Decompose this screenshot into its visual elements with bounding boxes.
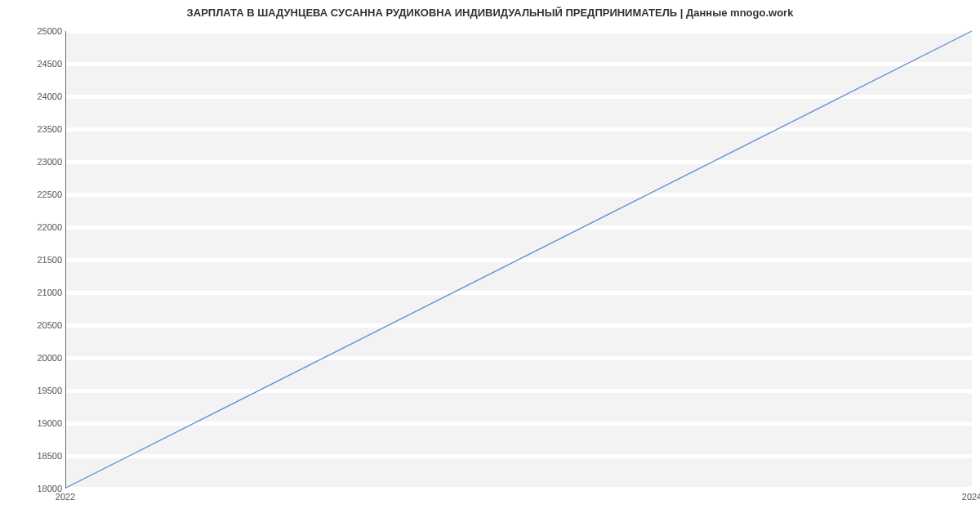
y-tick-label: 24500 bbox=[13, 59, 62, 69]
x-tick-label: 2022 bbox=[56, 492, 75, 502]
chart-title: ЗАРПЛАТА В ШАДУНЦЕВА СУСАННА РУДИКОВНА И… bbox=[0, 7, 980, 19]
line-series bbox=[66, 31, 972, 488]
y-tick-label: 20500 bbox=[13, 320, 62, 330]
y-tick-label: 22500 bbox=[13, 190, 62, 199]
y-tick-label: 22000 bbox=[13, 222, 62, 232]
salary-line-chart: ЗАРПЛАТА В ШАДУНЦЕВА СУСАННА РУДИКОВНА И… bbox=[0, 0, 980, 523]
y-tick-label: 19500 bbox=[13, 386, 62, 395]
y-tick-label: 25000 bbox=[13, 26, 62, 36]
y-tick-label: 19000 bbox=[13, 418, 62, 428]
plot-area bbox=[65, 31, 972, 489]
y-tick-label: 23000 bbox=[13, 157, 62, 167]
y-tick-label: 21500 bbox=[13, 255, 62, 265]
y-tick-label: 21000 bbox=[13, 288, 62, 297]
y-tick-label: 20000 bbox=[13, 353, 62, 363]
y-tick-label: 23500 bbox=[13, 124, 62, 134]
x-tick-label: 2024 bbox=[962, 492, 980, 502]
y-tick-label: 24000 bbox=[13, 91, 62, 101]
y-tick-label: 18500 bbox=[13, 451, 62, 461]
